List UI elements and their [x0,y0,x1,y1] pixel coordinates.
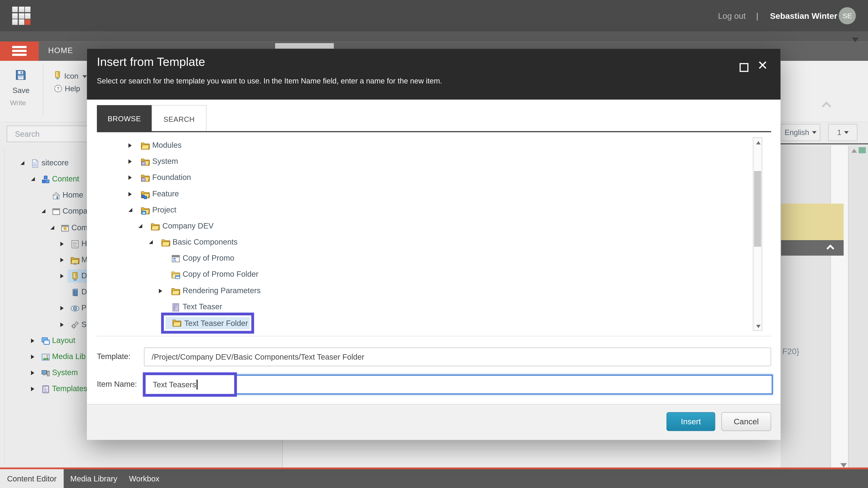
sidebar-item-label: System [52,368,78,377]
cancel-button[interactable]: Cancel [721,412,771,431]
item-name-field-label: Item Name: [97,380,137,388]
tree-collapsed-arrow-icon[interactable] [128,143,132,148]
secondary-bar [0,32,868,41]
house-icon [52,191,61,200]
image-icon [41,352,51,362]
scrollbar[interactable] [753,137,763,331]
tree-expanded-arrow-icon[interactable] [51,226,54,230]
doc-lines-icon [70,239,80,249]
scroll-up-icon[interactable] [851,149,857,153]
tree-item-label: Text Teaser Folder [184,319,248,328]
tree-expanded-arrow-icon[interactable] [138,224,143,228]
folder-feature-icon [141,190,150,199]
eye-icon [70,304,80,313]
scroll-down-icon[interactable] [756,325,761,328]
sidebar-item-label: Media Lib [52,352,86,361]
maximize-icon[interactable] [740,63,748,72]
tree-item-label: Copy of Promo Folder [183,270,258,279]
tab-home[interactable]: HOME [48,46,73,55]
sidebar-item-label: Layout [52,336,75,345]
folder-project-icon [141,206,150,215]
avatar[interactable]: SE [839,7,856,24]
cubes-icon [41,175,51,184]
ribbon-divider [42,63,43,115]
scroll-up-icon[interactable] [756,141,761,144]
tab-search[interactable]: SEARCH [152,105,207,132]
tree-item-label: Modules [152,140,182,150]
sidebar-item-label: H [81,239,87,248]
tree-collapsed-arrow-icon[interactable] [60,258,64,262]
tree-collapsed-arrow-icon[interactable] [60,242,64,246]
content-tree-panel: sitecoreContentHomeCompaComHMDDPSLayoutM… [0,145,87,467]
scrollbar-thumb[interactable] [754,171,761,247]
tree-expanded-arrow-icon[interactable] [41,209,45,213]
sidebar-item-label: P [81,303,87,312]
tree-expanded-arrow-icon[interactable] [128,208,132,212]
tree-collapsed-arrow-icon[interactable] [31,339,34,343]
panel-edge [4,149,5,464]
username-label[interactable]: Sebastian Winter [770,11,837,21]
template-path-field[interactable]: /Project/Company DEV/Basic Components/Te… [144,348,771,366]
tree-collapsed-arrow-icon[interactable] [60,274,64,278]
gears-icon [70,320,80,330]
version-dropdown[interactable]: 1 [828,124,857,141]
help-button[interactable]: Help [65,85,80,93]
tab-content-editor[interactable]: Content Editor [0,469,64,488]
top-bar: Log out | Sebastian Winter SE [0,0,868,32]
tab-browse[interactable]: BROWSE [97,105,152,132]
chevron-down-icon [83,75,87,78]
tree-expanded-arrow-icon[interactable] [21,161,24,165]
tree-collapsed-arrow-icon[interactable] [60,306,64,311]
tree-item-label: Company DEV [162,221,214,230]
item-name-value[interactable]: Text Teasers [153,380,196,389]
panel-below-modal [87,440,781,467]
tree-collapsed-arrow-icon[interactable] [31,387,34,391]
tab-workbox[interactable]: Workbox [129,469,159,488]
tree-collapsed-arrow-icon[interactable] [159,289,162,293]
menu-button[interactable] [0,41,39,61]
save-button[interactable]: Save [6,86,37,95]
topbar-divider: | [756,11,758,21]
book-icon [70,288,80,297]
tree-item-label: Foundation [152,173,191,182]
folder-icon [161,238,170,248]
tree-expanded-arrow-icon[interactable] [31,177,35,181]
chevron-down-icon[interactable] [840,463,847,467]
chevron-down-icon[interactable] [852,38,859,42]
content-scroll-strip [830,145,848,467]
folder-gear-icon [141,173,150,183]
annotated-tree-item[interactable]: Text Teaser Folder [161,313,254,334]
sidebar-item-label: S [81,320,87,329]
language-dropdown[interactable]: English [781,124,820,141]
logout-link[interactable]: Log out [718,11,746,21]
tree-item-selected[interactable]: Text Teaser Folder [165,317,250,329]
section-collapse-bar[interactable] [781,240,844,256]
tree-collapsed-arrow-icon[interactable] [31,371,34,375]
tree-collapsed-arrow-icon[interactable] [128,159,132,164]
sidebar-item-label: Home [63,190,83,199]
tree-collapsed-arrow-icon[interactable] [31,355,34,359]
tree-item-label: Text Teaser [183,302,222,311]
ribbon-right [781,61,868,122]
close-icon[interactable]: ✕ [757,58,768,73]
highlighted-field-block [781,203,844,240]
tree-collapsed-arrow-icon[interactable] [128,176,132,180]
server-icon [70,272,80,281]
text-cursor [197,380,197,389]
sidebar-item-label: D [81,271,87,280]
tree-expanded-arrow-icon[interactable] [149,240,153,244]
item-name-input[interactable] [144,375,773,394]
sitecore-logo-icon[interactable] [12,7,30,25]
tree-collapsed-arrow-icon[interactable] [128,192,132,196]
folder-share-icon [70,256,80,265]
folder-icon [172,318,182,328]
icon-button[interactable]: Icon [64,72,78,80]
tree-collapsed-arrow-icon[interactable] [60,323,64,327]
sidebar-item-label: D [81,287,87,296]
insert-button[interactable]: Insert [666,412,715,431]
content-panel-top [275,43,334,49]
tree-item-label: System [152,157,178,166]
tab-media-library[interactable]: Media Library [70,469,117,488]
help-icon [54,84,63,93]
tree-item-label: Basic Components [173,237,238,246]
